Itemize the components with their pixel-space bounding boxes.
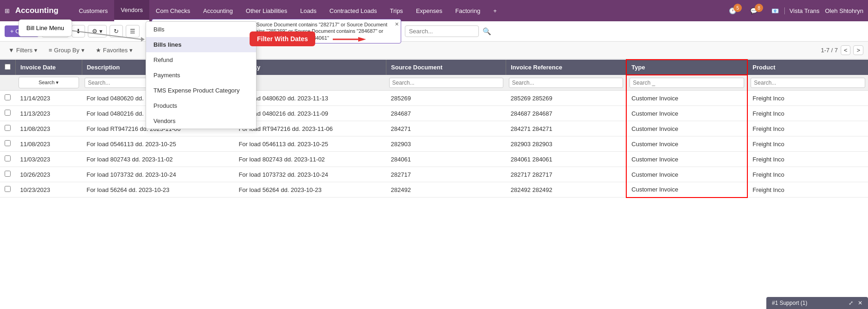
cell-date: 11/08/2023	[16, 136, 82, 152]
col-source-doc: Source Document	[386, 60, 506, 75]
company-name[interactable]: Vista Trans	[784, 7, 819, 14]
invoice-ref-search-input[interactable]	[509, 78, 623, 88]
groupby-chevron: ▾	[81, 47, 85, 54]
col-checkbox	[0, 60, 16, 75]
nav-other-liabilities[interactable]: Other Liabilities	[239, 0, 294, 21]
cell-type: Customer Invoice	[626, 182, 747, 198]
row-checkbox[interactable]	[5, 186, 11, 192]
support-chat-bar[interactable]: #1 Support (1) ⤢ ✕	[766, 297, 868, 309]
download-icon-button[interactable]: ⬇	[72, 25, 85, 37]
nav-loads[interactable]: Loads	[293, 0, 323, 21]
row-checkbox[interactable]	[5, 125, 11, 131]
table-row[interactable]: 11/03/2023 For load 802743 dd. 2023-11-0…	[0, 152, 868, 167]
nav-contracted-loads[interactable]: Contracted Loads	[323, 0, 384, 21]
tooltip-text: Bill Line Menu	[26, 25, 64, 31]
favorites-button[interactable]: ★ Favorites ▾	[92, 45, 136, 55]
cell-product: Freight Inco	[747, 91, 868, 106]
cell-display: For load 56264 dd. 2023-10-23	[234, 182, 386, 198]
close-icon[interactable]: ✕	[858, 300, 862, 306]
nav-customers[interactable]: Customers	[73, 0, 115, 21]
row-checkbox[interactable]	[5, 110, 11, 116]
select-all-checkbox[interactable]	[5, 64, 11, 70]
cell-date: 10/26/2023	[16, 167, 82, 182]
group-by-button[interactable]: ≡ Group By ▾	[45, 45, 88, 55]
filter-with-dates-bubble: Filter With Dates	[250, 31, 315, 46]
filters-button[interactable]: ▼ Filters ▾	[5, 45, 41, 55]
favorites-chevron: ▾	[129, 47, 133, 54]
menu-item-bills-lines[interactable]: Bills lines	[146, 37, 256, 52]
menu-item-vendors[interactable]: Vendors	[146, 113, 256, 129]
row-checkbox[interactable]	[5, 94, 11, 100]
row-checkbox[interactable]	[5, 140, 11, 146]
date-search-dropdown[interactable]: Search ▾	[18, 77, 79, 88]
col-product: Product	[747, 60, 868, 75]
cell-desc: For load 802743 dd. 2023-11-02	[82, 152, 234, 167]
next-page-button[interactable]: >	[853, 45, 863, 55]
nav-expenses[interactable]: Expenses	[410, 0, 449, 21]
nav-vendors[interactable]: Vendors	[114, 0, 149, 21]
nav-factoring[interactable]: Factoring	[449, 0, 487, 21]
cell-product: Freight Inco	[747, 152, 868, 167]
expand-icon[interactable]: ⤢	[849, 300, 853, 306]
table-row[interactable]: 10/23/2023 For load 56264 dd. 2023-10-23…	[0, 182, 868, 198]
nav-plus[interactable]: +	[487, 0, 503, 21]
table-row[interactable]: 11/13/2023 For load 0480216 dd. 2023-11-…	[0, 106, 868, 121]
cell-invref: 284061 284061	[506, 152, 627, 167]
cell-type: Customer Invoice	[626, 136, 747, 152]
nav-links: Customers Vendors Com Checks Accounting …	[73, 0, 729, 21]
menu-item-refund[interactable]: Refund	[146, 52, 256, 68]
row-checkbox[interactable]	[5, 155, 11, 161]
cell-invref: 282903 282903	[506, 136, 627, 152]
search-cell-check	[0, 75, 16, 91]
app-title: Accounting	[15, 6, 59, 15]
table-row[interactable]: 10/26/2023 For load 1073732 dd. 2023-10-…	[0, 167, 868, 182]
nav-com-checks[interactable]: Com Checks	[149, 0, 196, 21]
col-type: Type	[626, 60, 747, 75]
cell-display: For load 0546113 dd. 2023-10-25	[234, 136, 386, 152]
nav-trips[interactable]: Trips	[383, 0, 409, 21]
menu-item-payments[interactable]: Payments	[146, 68, 256, 83]
cell-product: Freight Inco	[747, 167, 868, 182]
cell-date: 11/08/2023	[16, 121, 82, 136]
search-icon[interactable]: 🔍	[483, 27, 491, 36]
email-icon[interactable]: 📧	[771, 7, 779, 14]
top-search-input[interactable]	[405, 25, 479, 37]
cell-display: For load RT947216 dd. 2023-11-06	[234, 121, 386, 136]
chat-icon-wrap[interactable]: 💬 8	[750, 6, 766, 15]
cell-source: 282903	[386, 136, 506, 152]
list-view-button[interactable]: ☰	[126, 25, 140, 37]
cell-display: For load 1073732 dd. 2023-10-24	[234, 167, 386, 182]
clock-icon-wrap[interactable]: 🕐 5	[729, 6, 745, 15]
cell-display: For load 0480620 dd. 2023-11-13	[234, 91, 386, 106]
row-checkbox[interactable]	[5, 171, 11, 177]
grid-icon[interactable]: ⊞	[5, 7, 10, 14]
nav-right: 🕐 5 💬 8 📧 Vista Trans Oleh Shtohryn	[729, 6, 863, 15]
type-search-input[interactable]	[630, 78, 744, 88]
cell-invref: 282717 282717	[506, 167, 627, 182]
menu-item-bills[interactable]: Bills	[146, 22, 256, 37]
user-name[interactable]: Oleh Shtohryn	[825, 7, 863, 14]
settings-button[interactable]: ⚙ ▾	[88, 25, 107, 37]
cell-source: 282492	[386, 182, 506, 198]
refresh-button[interactable]: ↻	[110, 25, 123, 37]
table-row[interactable]: 11/14/2023 For load 0480620 dd. 2023-11-…	[0, 91, 868, 106]
groupby-icon: ≡	[49, 47, 52, 54]
menu-item-products[interactable]: Products	[146, 98, 256, 113]
search-cell-display	[234, 75, 386, 91]
table-row[interactable]: 11/08/2023 For load 0546113 dd. 2023-10-…	[0, 136, 868, 152]
source-doc-search-input[interactable]	[389, 78, 503, 88]
filter-bubble-text: Filter With Dates	[257, 35, 308, 43]
filter-close-button[interactable]: ✕	[395, 21, 399, 27]
search-cell-type	[626, 75, 747, 91]
cell-invref: 284271 284271	[506, 121, 627, 136]
prev-page-button[interactable]: <	[841, 45, 851, 55]
cell-desc: For load 1073732 dd. 2023-10-24	[82, 167, 234, 182]
support-bar-icons: ⤢ ✕	[849, 300, 862, 306]
pagination: 1-7 / 7 < >	[821, 45, 863, 55]
cell-desc: For load 56264 dd. 2023-10-23	[82, 182, 234, 198]
menu-item-tms-expense[interactable]: TMS Expense Product Category	[146, 83, 256, 98]
table-row[interactable]: 11/08/2023 For load RT947216 dd. 2023-11…	[0, 121, 868, 136]
bill-line-menu-tooltip: Bill Line Menu	[18, 19, 72, 37]
product-search-input[interactable]	[751, 78, 865, 88]
nav-accounting[interactable]: Accounting	[196, 0, 239, 21]
